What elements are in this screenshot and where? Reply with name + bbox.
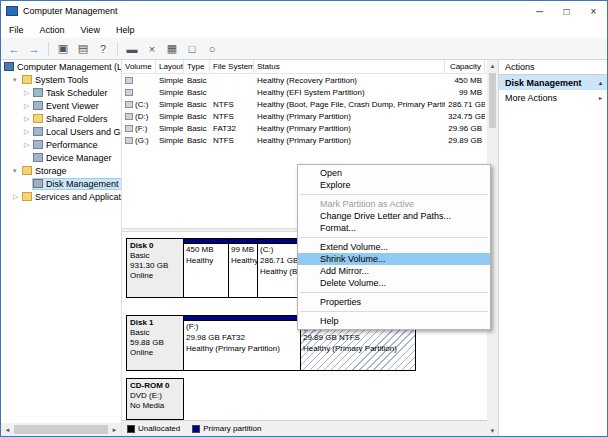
menu-item-change-drive-letter[interactable]: Change Drive Letter and Paths... [298,210,490,222]
console-window-icon[interactable]: ▣ [54,40,72,58]
tree-item-storage[interactable]: ▾ Storage [1,164,121,177]
menu-view[interactable]: View [73,25,108,35]
menu-action[interactable]: Action [32,25,73,35]
tree-item-performance[interactable]: ▷ Performance [1,138,121,151]
scroll-up-icon[interactable]: ▲ [487,60,498,71]
expander-icon[interactable]: ▷ [24,115,33,123]
help-icon[interactable]: ? [94,40,112,58]
event-viewer-icon [33,101,43,110]
scroll-left-icon[interactable]: ◄ [1,423,14,436]
menu-item-explore[interactable]: Explore [298,179,490,191]
partition-f[interactable]: (F:) 29.98 GB FAT32 Healthy (Primary Par… [184,315,301,371]
volume-icon [125,125,133,132]
tree-item-event-viewer[interactable]: ▷ Event Viewer [1,99,121,112]
volume-icon [125,137,133,144]
menu-item-open[interactable]: Open [298,167,490,179]
legend-unallocated: Unallocated [127,424,180,433]
menu-item-mark-partition-active: Mark Partition as Active [298,198,490,210]
tree-horizontal-scrollbar[interactable]: ◄ ► [1,423,121,436]
column-volume[interactable]: Volume [122,60,156,74]
selected-tree-item: Disk Management [33,179,121,189]
volume-icon [125,77,133,84]
tree-item-disk-management[interactable]: Disk Management [1,177,121,190]
expander-icon[interactable]: ▷ [24,141,33,149]
expander-icon[interactable]: ▾ [13,76,22,84]
tree-item-task-scheduler[interactable]: ▷ Task Scheduler [1,86,121,99]
volume-icon [125,101,133,108]
menu-separator [300,194,488,195]
forward-icon[interactable]: → [25,40,43,58]
menu-item-add-mirror[interactable]: Add Mirror... [298,265,490,277]
scrollbar-thumb[interactable] [489,73,496,128]
chevron-right-icon[interactable]: ▸ [599,94,602,101]
minimize-button[interactable]: ─ [526,1,553,21]
disk-0-info[interactable]: Disk 0 Basic 931.30 GB Online [126,238,184,298]
table-row[interactable]: (D:) Simple Basic NTFS Healthy (Primary … [122,110,487,122]
console-tree: Computer Management (Local) ▾ System Too… [1,60,122,436]
properties-icon[interactable]: ▦ [163,40,181,58]
computer-management-window: Computer Management ─ □ × File Action Vi… [0,0,608,437]
volume-icon [125,113,133,120]
search-icon[interactable]: ○ [203,40,221,58]
tree-item-local-users-groups[interactable]: ▷ Local Users and Groups [1,125,121,138]
column-capacity[interactable]: Capacity [445,60,485,74]
table-row[interactable]: (G:) Simple Basic NTFS Healthy (Primary … [122,134,487,146]
app-icon [6,6,18,16]
tree-item-services-applications[interactable]: ▷ Services and Applications [1,190,121,203]
scroll-right-icon[interactable]: ► [108,423,121,436]
menu-item-extend-volume[interactable]: Extend Volume... [298,241,490,253]
unallocated-swatch [127,425,135,433]
column-file-system[interactable]: File System [210,60,254,74]
export-list-icon[interactable]: ▤ [74,40,92,58]
partition-efi[interactable]: 99 MB Healthy [229,238,258,298]
expander-icon[interactable]: ▷ [13,193,22,201]
tree-item-computer-management[interactable]: Computer Management (Local) [1,60,121,73]
folder-icon[interactable]: □ [183,40,201,58]
menu-item-shrink-volume[interactable]: Shrink Volume... [298,253,490,265]
maximize-button[interactable]: □ [553,1,580,21]
menu-help[interactable]: Help [108,25,143,35]
table-row[interactable]: (F:) Simple Basic FAT32 Healthy (Primary… [122,122,487,134]
storage-icon[interactable]: ▬ [123,40,141,58]
menu-item-format[interactable]: Format... [298,222,490,234]
toolbar: ← → ▣ ▤ ? ▬ × ▦ □ ○ [1,38,607,60]
actions-more-actions[interactable]: More Actions ▸ [499,90,607,105]
shared-folders-icon [33,114,43,123]
menu-separator [300,292,488,293]
table-row[interactable]: Simple Basic Healthy (EFI System Partiti… [122,86,487,98]
performance-icon [33,140,43,149]
menu-item-properties[interactable]: Properties [298,296,490,308]
column-type[interactable]: Type [184,60,210,74]
cdrom-info[interactable]: CD-ROM 0 DVD (E:) No Media [126,378,184,420]
expander-icon[interactable]: ▷ [24,128,33,136]
tree-item-device-manager[interactable]: Device Manager [1,151,121,164]
expander-icon[interactable]: ▷ [24,89,33,97]
column-layout[interactable]: Layout [156,60,184,74]
scroll-down-icon[interactable]: ▼ [487,425,498,436]
expander-icon[interactable]: ▷ [24,102,33,110]
column-status[interactable]: Status [254,60,445,74]
scrollbar-thumb[interactable] [14,425,108,434]
expander-icon[interactable]: ▾ [13,167,22,175]
menu-file[interactable]: File [1,25,32,35]
tree-item-system-tools[interactable]: ▾ System Tools [1,73,121,86]
titlebar: Computer Management ─ □ × [1,1,607,21]
partition-recovery[interactable]: 450 MB Healthy [184,238,229,298]
actions-disk-management[interactable]: Disk Management ▴ [499,75,607,90]
partition-legend: Unallocated Primary partition [122,420,487,436]
legend-primary-partition: Primary partition [192,424,261,433]
table-row[interactable]: (C:) Simple Basic NTFS Healthy (Boot, Pa… [122,98,487,110]
collapse-icon[interactable]: ▴ [599,79,602,86]
toolbar-separator [48,42,49,56]
disk-management-icon [33,179,43,188]
close-button[interactable]: × [580,1,607,21]
back-icon[interactable]: ← [5,40,23,58]
delete-icon[interactable]: × [143,40,161,58]
tree-item-shared-folders[interactable]: ▷ Shared Folders [1,112,121,125]
menu-item-delete-volume[interactable]: Delete Volume... [298,277,490,289]
menubar: File Action View Help [1,21,607,38]
disk-1-info[interactable]: Disk 1 Basic 59.88 GB Online [126,315,184,371]
table-row[interactable]: Simple Basic Healthy (Recovery Partition… [122,74,487,86]
menu-item-help[interactable]: Help [298,315,490,327]
computer-icon [4,62,14,71]
